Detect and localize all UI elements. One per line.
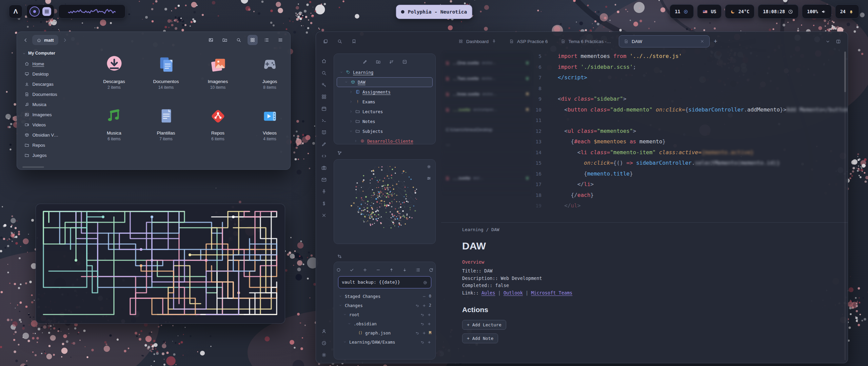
discard-action-icon[interactable] — [415, 303, 419, 308]
scm-list-button[interactable] — [415, 266, 420, 272]
discard-action-icon[interactable] — [420, 321, 425, 326]
search-tool-button[interactable] — [234, 35, 244, 45]
editor-scrollbar[interactable] — [844, 52, 846, 360]
activity-pin-button[interactable] — [321, 188, 327, 195]
activity-camera-button[interactable] — [321, 164, 327, 171]
activity-clock-button[interactable] — [321, 340, 327, 346]
search-button[interactable] — [337, 38, 342, 44]
folder-item[interactable]: Repos 6 items — [192, 104, 244, 155]
note-graph[interactable] — [334, 160, 435, 244]
activity-book-button[interactable] — [321, 129, 327, 136]
folder-item[interactable]: Musica 6 items — [88, 104, 140, 155]
scm-row-graph-json[interactable]: graph.json M — [338, 328, 431, 338]
open-file-row[interactable]: ….sveltesrc/compon… M — [445, 103, 529, 116]
action-button--add-lecture[interactable]: + Add Lecture — [462, 320, 506, 330]
split-button[interactable] — [836, 38, 841, 44]
app-launcher-button[interactable]: Λ — [9, 5, 22, 18]
link-aules[interactable]: Aules — [481, 290, 495, 296]
link-microsoft-teams[interactable]: Microsoft Teams — [531, 290, 572, 296]
sidebar-item-obsidian-v-[interactable]: Obsidian V… — [22, 130, 76, 140]
bookmark-button[interactable] — [351, 38, 357, 44]
minus-action-icon[interactable] — [422, 294, 426, 299]
close-tab-icon[interactable] — [700, 39, 705, 44]
plus-action-icon[interactable] — [422, 303, 426, 308]
activity-person-button[interactable] — [321, 328, 327, 334]
open-file-row[interactable]: …Two.sveltesrc/co… U — [445, 72, 529, 85]
grid-tool-button[interactable] — [248, 35, 258, 45]
scm-refresh-button[interactable] — [429, 266, 434, 272]
breadcrumb[interactable]: matt — [32, 35, 58, 45]
plus-action-icon[interactable] — [427, 321, 431, 326]
tree-item-daw[interactable]: DAW — [337, 77, 433, 87]
now-playing-widget[interactable]: Polyphia - Neurotica — [396, 5, 472, 19]
folder-item[interactable]: Plantillas 7 items — [140, 104, 192, 155]
folder-item[interactable]: Juegos 8 items — [244, 52, 291, 104]
sidebar-item-repos[interactable]: Repos — [22, 140, 76, 150]
back-button[interactable] — [22, 37, 29, 43]
tree-item-notes[interactable]: Notes — [337, 117, 433, 126]
scm-check-button[interactable] — [349, 266, 354, 272]
discard-action-icon[interactable] — [420, 312, 425, 317]
sidebar-item-home[interactable]: Home — [22, 59, 76, 69]
forward-button[interactable] — [61, 37, 69, 43]
new-folder-tool-button[interactable] — [220, 35, 230, 45]
new-folder-tool-button[interactable] — [376, 58, 381, 64]
sidebar-item-imagenes[interactable]: Imagenes — [22, 109, 76, 120]
activity-dollar-button[interactable] — [321, 200, 327, 207]
tree-item-subjects[interactable]: Subjects — [337, 126, 433, 136]
activity-pencil-button[interactable] — [321, 141, 327, 147]
open-file-row[interactable]: …hree.sveltesrc/co… M — [445, 87, 529, 100]
weather-widget[interactable]: 24°C — [725, 4, 755, 19]
app-swirl-icon[interactable] — [29, 6, 40, 17]
activity-code-button[interactable] — [321, 152, 327, 159]
activity-grid-button[interactable] — [321, 93, 327, 100]
workspaces-widget[interactable]: 11 — [670, 4, 694, 19]
tab-tema-6-pr-cticas-[interactable]: Tema 6 Prácticas -… — [556, 35, 616, 47]
image-tool-button[interactable] — [206, 35, 216, 45]
tree-item-exams[interactable]: Exams — [337, 97, 433, 107]
keyboard-layout-widget[interactable]: US — [697, 4, 721, 19]
plus-action-icon[interactable] — [422, 330, 426, 335]
commit-message-input[interactable]: vault backup: {{date}} — [338, 276, 431, 288]
notifications-widget[interactable]: 24 — [835, 4, 859, 19]
folder-item[interactable]: Descargas 2 items — [88, 52, 140, 104]
activity-gear-button[interactable] — [321, 351, 327, 358]
activity-key-button[interactable] — [321, 81, 327, 88]
scm-circle-button[interactable] — [336, 266, 341, 272]
app-notes-icon[interactable] — [42, 7, 51, 16]
activity-search-button[interactable] — [321, 69, 327, 76]
sidebar-item-descargas[interactable]: Descargas — [22, 79, 76, 89]
sidebar-item-desktop[interactable]: Desktop — [22, 69, 76, 79]
activity-calendar-button[interactable] — [321, 105, 327, 112]
tree-item-desarrollo-cliente[interactable]: Desarrollo-Cliente — [337, 136, 433, 144]
scm-row-learning-daw-exams[interactable]: Learning/DAW/Exams — [338, 338, 431, 347]
tab-dashboard[interactable]: Dashboard — [453, 35, 501, 47]
scm-row-changes[interactable]: Changes 2 — [338, 301, 431, 310]
files-button[interactable] — [323, 38, 328, 44]
tab-asp-practice-6[interactable]: ASP Practice 6 — [504, 35, 553, 47]
clock-widget[interactable]: 18:08:28 — [758, 4, 798, 19]
sidebar-section-header[interactable]: My Computer — [22, 51, 76, 56]
scm-row-staged-changes[interactable]: Staged Changes 0 — [338, 292, 431, 301]
scm-plus-button[interactable] — [362, 266, 368, 272]
sort-tool-button[interactable] — [389, 58, 394, 64]
sidebar-scrollbar[interactable] — [22, 166, 44, 168]
split-divider[interactable] — [441, 222, 848, 223]
tree-item-learning[interactable]: Learning — [337, 67, 433, 77]
open-file-row[interactable]: …One.sveltesrc/co… U — [445, 56, 529, 69]
activity-terminal-button[interactable] — [321, 117, 327, 124]
graph-sliders-button[interactable] — [427, 175, 431, 180]
activity-home-button[interactable] — [321, 58, 327, 64]
graph-gear-button[interactable] — [427, 164, 431, 169]
link-outlook[interactable]: Outlook — [504, 290, 523, 296]
sidebar-item-documentos[interactable]: Documentos — [22, 89, 76, 99]
menu-tool-button[interactable] — [275, 35, 285, 45]
collapse-tool-button[interactable] — [402, 58, 407, 64]
activity-close-button[interactable] — [321, 212, 327, 219]
scm-section-icon[interactable] — [337, 253, 342, 259]
folder-item[interactable]: Videos 4 items — [244, 104, 291, 155]
plus-action-icon[interactable] — [427, 312, 431, 317]
sidebar-item-videos[interactable]: Videos — [22, 120, 76, 130]
folder-item[interactable]: Documentos 14 items — [140, 52, 192, 104]
tree-item-lectures[interactable]: Lectures — [337, 107, 433, 117]
